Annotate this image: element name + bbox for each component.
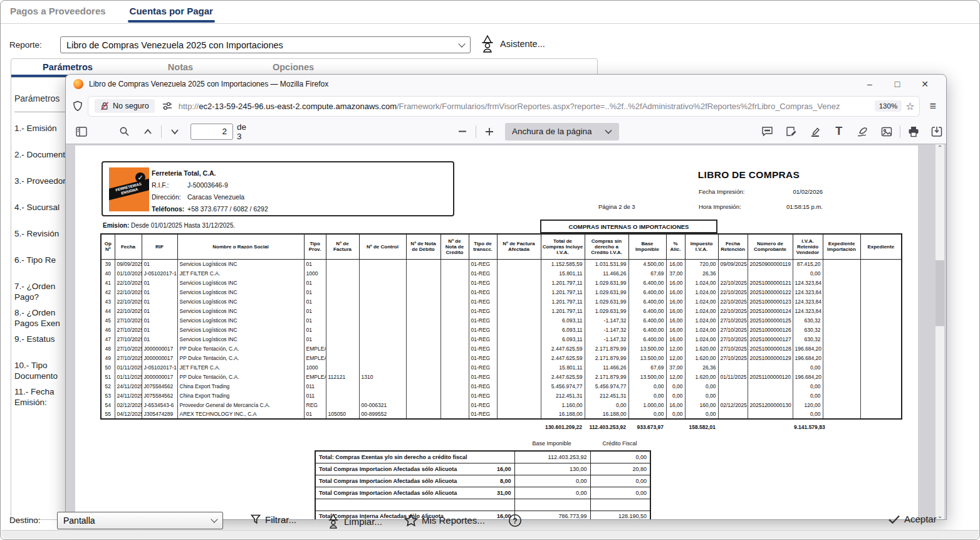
table-cell: 26,36 xyxy=(685,363,718,372)
previous-page-icon[interactable] xyxy=(138,122,157,141)
minimize-button[interactable]: – xyxy=(856,76,884,92)
table-cell: 37,00 xyxy=(666,268,685,278)
zoom-badge[interactable]: 130% xyxy=(875,100,902,112)
table-cell: 12,00 xyxy=(666,344,685,353)
table-cell xyxy=(823,344,860,353)
zoom-in-icon[interactable] xyxy=(480,122,499,141)
menu-icon[interactable]: ≡ xyxy=(925,100,940,113)
close-button[interactable]: ✕ xyxy=(911,76,939,92)
table-cell: 16,00 xyxy=(666,334,685,344)
chevron-down-icon xyxy=(458,40,465,47)
table-cell xyxy=(748,391,793,400)
table-cell: 20251000000127 xyxy=(748,334,793,344)
limpiar-button[interactable]: Limpiar... xyxy=(326,514,382,529)
zoom-mode-value: Anchura de la página xyxy=(512,127,592,136)
table-cell: 12,00 xyxy=(666,372,685,381)
save-download-icon[interactable] xyxy=(928,122,947,141)
search-icon[interactable] xyxy=(115,122,133,141)
filtrar-button[interactable]: Filtrar... xyxy=(250,514,296,525)
draw-tool-icon[interactable] xyxy=(853,122,872,141)
table-cell: 6.400,00 xyxy=(628,325,666,334)
star-icon xyxy=(404,514,418,527)
wizard-icon[interactable] xyxy=(479,35,496,53)
sidebar-toggle-icon[interactable] xyxy=(72,122,91,141)
table-cell xyxy=(497,410,541,419)
table-cell xyxy=(860,278,902,287)
signature-tool-icon[interactable] xyxy=(782,122,801,141)
column-header: Fecha xyxy=(115,234,142,259)
text-tool-icon[interactable]: T xyxy=(830,122,848,141)
permissions-icon[interactable] xyxy=(162,102,172,110)
assistant-button[interactable]: Asistente... xyxy=(500,39,545,49)
parameters-list: 1.- Emisión2.- Documento3.- Proveedor4.-… xyxy=(14,123,72,408)
image-tool-icon[interactable] xyxy=(877,122,896,141)
table-cell: 01 xyxy=(304,278,326,287)
table-cell: 42 xyxy=(101,287,115,297)
table-cell: 22/10/2025 xyxy=(718,297,748,306)
parameter-item: 3.- Proveedor xyxy=(14,176,72,186)
table-cell: 1310 xyxy=(359,372,406,381)
table-row: 4727/10/202501Servicios Logísticos INC01… xyxy=(101,334,902,344)
table-cell xyxy=(860,306,902,315)
aceptar-button[interactable]: Aceptar xyxy=(888,514,937,524)
table-cell xyxy=(860,344,902,353)
summary-row: Total Compras Importacion Afectadas sólo… xyxy=(315,475,650,487)
table-cell: -1.147,32 xyxy=(585,334,628,344)
tab-cuentas-por-pagar[interactable]: Cuentas por Pagar xyxy=(128,1,215,24)
scroll-up-icon[interactable]: ⌃ xyxy=(937,144,942,151)
parameter-item: 4.- Sucursal xyxy=(14,202,72,213)
mis-reportes-button[interactable]: Mis Reportes... xyxy=(404,514,485,527)
destino-select[interactable]: Pantalla xyxy=(57,512,223,529)
comment-tool-icon[interactable] xyxy=(758,122,777,141)
table-cell: 0,00 xyxy=(685,381,718,391)
column-header: % Alic. xyxy=(666,234,685,259)
parameter-item: 10.- TipoDocumento xyxy=(14,360,72,381)
total-cell xyxy=(496,424,540,430)
table-cell: 2.447.625,59 xyxy=(541,372,585,381)
table-cell xyxy=(359,297,406,306)
table-cell: 01 xyxy=(142,259,177,268)
table-cell: 01-REG xyxy=(469,259,497,268)
table-cell: 01-REG xyxy=(469,287,497,297)
total-cell: 130.601.209,22 xyxy=(540,424,584,430)
url-bar[interactable]: No seguro http://ec2-13-59-245-96.us-eas… xyxy=(88,97,919,116)
total-cell xyxy=(665,424,684,430)
report-select[interactable]: Libro de Compras Venezuela 2025 con Impo… xyxy=(60,36,471,53)
total-cell xyxy=(358,424,405,430)
table-cell: 0,00 xyxy=(666,410,685,419)
pdf-scrollbar-thumb[interactable] xyxy=(936,260,944,326)
tab-pagos-a-proveedores[interactable]: Pagos a Proveedores xyxy=(8,1,108,24)
table-cell: 27/10/2025 xyxy=(718,334,748,344)
table-cell xyxy=(823,315,860,325)
total-cell xyxy=(303,424,325,430)
table-cell xyxy=(497,353,541,363)
print-icon[interactable] xyxy=(904,122,923,141)
column-header: Tipo Prov. xyxy=(304,234,326,259)
pdf-scrollbar[interactable]: ⌃ ⌄ xyxy=(936,144,944,519)
table-cell: 01-REG xyxy=(469,353,497,363)
shield-icon[interactable] xyxy=(72,100,83,112)
table-cell xyxy=(497,344,541,353)
table-cell: 27/10/2025 xyxy=(115,353,142,363)
table-cell: J-05102017-1 xyxy=(142,363,177,372)
table-cell: 45 xyxy=(101,315,115,325)
highlighter-tool-icon[interactable] xyxy=(806,122,825,141)
table-cell: 53 xyxy=(101,391,115,400)
table-cell xyxy=(359,278,406,287)
table-cell xyxy=(326,381,359,391)
table-cell: 011 xyxy=(304,381,326,391)
table-cell xyxy=(497,363,541,372)
table-cell xyxy=(823,381,860,391)
security-chip[interactable]: No seguro xyxy=(95,99,155,113)
page-number-input[interactable] xyxy=(190,124,233,140)
summary-cell: 0,00 xyxy=(590,487,650,499)
next-page-icon[interactable] xyxy=(165,122,184,141)
summary-cell: Total Compras Importacion Afectadas sólo… xyxy=(315,487,514,499)
maximize-button[interactable]: □ xyxy=(884,76,911,92)
zoom-out-icon[interactable] xyxy=(453,122,472,141)
help-button[interactable]: ? xyxy=(508,514,522,527)
window-titlebar[interactable]: Libro de Compras Venezuela 2025 con Impo… xyxy=(66,75,946,93)
table-cell: 0,00 xyxy=(628,391,666,400)
bookmark-star-icon[interactable]: ☆ xyxy=(905,100,914,112)
zoom-mode-select[interactable]: Anchura de la página xyxy=(505,123,619,140)
